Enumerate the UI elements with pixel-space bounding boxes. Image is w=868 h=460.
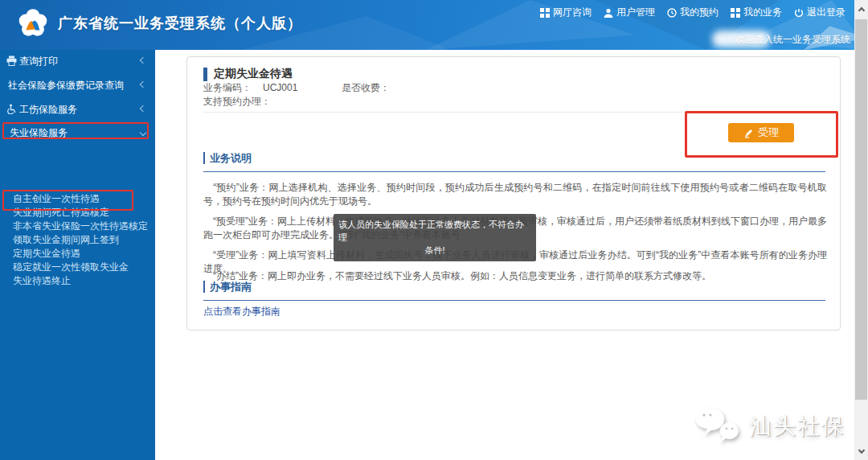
chevron-up-icon [858, 6, 864, 13]
chevron-left-icon [140, 81, 146, 88]
grid-icon [540, 8, 550, 18]
nav-label: 我的预约 [680, 6, 719, 19]
chevron-down-icon [140, 129, 146, 136]
welcome-message: 欢迎进入统一业务受理系统 [735, 33, 850, 47]
sidebar-item-label: 社会保险参保缴费记录查询 [8, 74, 124, 97]
submenu-item-non-province-benefit[interactable]: 非本省失业保险一次性待遇核定 [0, 220, 155, 233]
chevron-down-icon [858, 446, 864, 453]
nav-label: 网厅咨询 [553, 6, 592, 19]
clock-icon [667, 8, 677, 18]
user-icon [604, 8, 613, 18]
sidebar: 查询打印 社会保险参保缴费记录查询 工伤保险服务 失业保险服务 自主创业一次性待… [0, 50, 155, 460]
pencil-icon [743, 128, 754, 138]
header-bar: 广东省统一业务受理系统（个人版） 网厅咨询 用户管理 [0, 0, 868, 50]
accept-button[interactable]: 受理 [728, 123, 794, 142]
submenu-item-benefit-termination[interactable]: 失业待遇终止 [0, 274, 155, 288]
submenu-item-regular-unemployment-benefit[interactable]: 定期失业金待遇 [0, 247, 155, 261]
unemployment-submenu: 自主创业一次性待遇 失业期间死亡待遇核定 非本省失业保险一次性待遇核定 领取失业… [0, 192, 155, 288]
fee-label: 是否收费： [342, 81, 390, 95]
wheelchair-icon [6, 104, 17, 114]
nav-logout[interactable]: 退出登录 [794, 6, 845, 19]
chevron-left-icon [140, 105, 146, 112]
guide-section-header: 办事指南 [203, 279, 825, 301]
sidebar-item-work-injury-services[interactable]: 工伤保险服务 [0, 98, 155, 121]
section-title: 业务说明 [203, 152, 252, 164]
submenu-item-online-signin[interactable]: 领取失业金期间网上签到 [0, 233, 155, 247]
chat-bubbles-icon [694, 405, 744, 447]
business-code-value: UCJ001 [263, 81, 340, 95]
accept-button-label: 受理 [758, 125, 779, 140]
app-logo-flower-icon [16, 6, 50, 40]
scroll-down-button[interactable] [854, 445, 868, 458]
business-code-label: 业务编码： [203, 81, 252, 95]
sidebar-item-query-print[interactable]: 查询打印 [0, 50, 155, 72]
page-title: 定期失业金待遇 [214, 67, 293, 81]
printer-icon [6, 55, 17, 66]
section-title: 办事指南 [203, 281, 252, 293]
divider-line [203, 112, 825, 113]
description-paragraph: “预约”业务：网上选择机构、选择业务、预约时间段，预约成功后生成预约号和二维码，… [203, 181, 827, 208]
grid-icon [731, 8, 740, 18]
page-title-row: 定期失业金待遇 [203, 67, 293, 81]
app-title: 广东省统一业务受理系统（个人版） [58, 14, 302, 33]
vertical-scrollbar[interactable] [854, 0, 868, 460]
business-fields: 业务编码：UCJ001是否收费： 支持预约办理： [203, 81, 390, 109]
ineligible-tooltip: 该人员的失业保险处于正常缴费状态，不符合办理 条件! [334, 214, 536, 261]
app-window: 广东省统一业务受理系统（个人版） 网厅咨询 用户管理 [0, 0, 868, 460]
view-guide-link[interactable]: 点击查看办事指南 [203, 305, 280, 318]
submenu-item-stable-employment-benefit[interactable]: 稳定就业一次性领取失业金 [0, 261, 155, 274]
nav-hall-consult[interactable]: 网厅咨询 [540, 6, 592, 19]
sidebar-item-label: 工伤保险服务 [19, 98, 77, 121]
power-icon [794, 8, 804, 18]
submenu-item-self-employment-benefit[interactable]: 自主创业一次性待遇 [0, 192, 155, 206]
nav-my-appointments[interactable]: 我的预约 [667, 6, 719, 19]
nav-label: 我的业务 [743, 6, 782, 19]
nav-user-management[interactable]: 用户管理 [604, 6, 655, 19]
scroll-up-button[interactable] [854, 2, 868, 15]
nav-label: 用户管理 [616, 6, 655, 19]
chevron-left-icon [140, 57, 146, 64]
submenu-item-death-benefit[interactable]: 失业期间死亡待遇核定 [0, 206, 155, 220]
tooltip-text-line2: 条件! [338, 244, 531, 257]
sidebar-item-label: 失业保险服务 [10, 124, 68, 142]
tooltip-text-line1: 该人员的失业保险处于正常缴费状态，不符合办理 [338, 218, 531, 244]
watermark: 汕头社保 [694, 405, 845, 447]
title-accent-bar [203, 68, 207, 81]
brand: 广东省统一业务受理系统（个人版） [16, 6, 302, 40]
nav-label: 退出登录 [807, 6, 845, 19]
sidebar-item-unemployment-insurance[interactable]: 失业保险服务 [0, 124, 155, 142]
top-navigation: 网厅咨询 用户管理 我的预约 我的业务 [540, 6, 845, 19]
business-description-header: 业务说明 [203, 150, 825, 172]
sidebar-item-social-insurance-records[interactable]: 社会保险参保缴费记录查询 [0, 74, 155, 97]
content-card: 定期失业金待遇 业务编码：UCJ001是否收费： 支持预约办理： 受理 业务说明… [186, 56, 841, 331]
reservation-label: 支持预约办理： [203, 96, 271, 107]
nav-my-business[interactable]: 我的业务 [731, 6, 782, 19]
watermark-text: 汕头社保 [749, 411, 845, 442]
scrollbar-thumb[interactable] [855, 19, 867, 400]
sidebar-item-label: 查询打印 [19, 50, 58, 72]
